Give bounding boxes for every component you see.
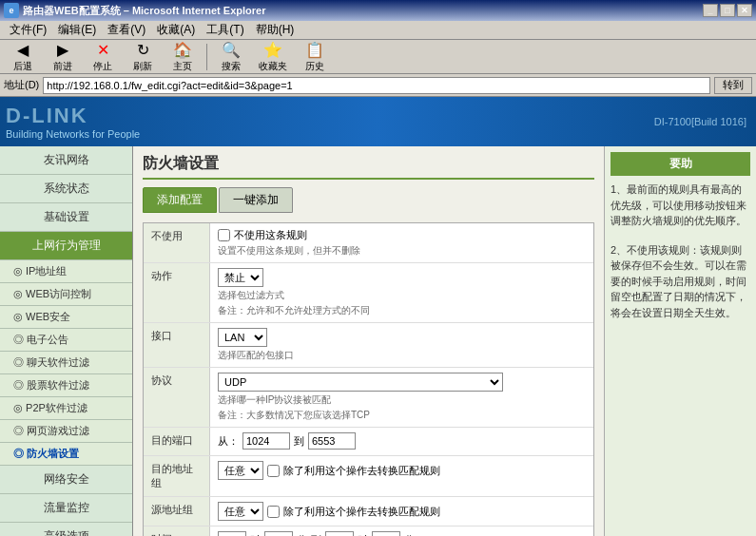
history-button[interactable]: 📋 历史 bbox=[296, 38, 334, 76]
dest-addr-check-label: 除了利用这个操作去转换匹配规则 bbox=[283, 464, 440, 478]
dest-addr-label: 目的地址组 bbox=[144, 456, 210, 496]
to-label: 到 bbox=[294, 434, 304, 449]
sidebar-item-behavior[interactable]: 上网行为管理 bbox=[0, 232, 132, 260]
action-content: 禁止 允许 选择包过滤方式 备注：允许和不允许处理方式的不同 bbox=[210, 263, 593, 322]
go-button[interactable]: 转到 bbox=[714, 77, 752, 94]
time-h1-input[interactable] bbox=[218, 531, 246, 536]
sidebar-item-bulletin[interactable]: ◎ 电子公告 bbox=[0, 329, 132, 352]
dlink-header: D-LINK Building Networks for People DI-7… bbox=[0, 97, 756, 146]
src-addr-check-label: 除了利用这个操作去转换匹配规则 bbox=[283, 505, 440, 519]
dest-addr-checkbox[interactable] bbox=[267, 465, 280, 477]
refresh-button[interactable]: ↻ 刷新 bbox=[124, 38, 162, 76]
time-label: 时间 bbox=[144, 526, 210, 536]
protocol-note2: 备注：大多数情况下您应该选择TCP bbox=[218, 409, 586, 422]
favorites-button[interactable]: ⭐ 收藏夹 bbox=[252, 38, 294, 76]
src-addr-content: 任意 除了利用这个操作去转换匹配规则 bbox=[210, 497, 593, 526]
home-button[interactable]: 🏠 主页 bbox=[164, 38, 202, 76]
action-note2: 备注：允许和不允许处理方式的不同 bbox=[218, 304, 586, 317]
window-controls[interactable]: _ □ ✕ bbox=[703, 4, 752, 17]
sidebar-item-status[interactable]: 系统状态 bbox=[0, 175, 132, 203]
ie-icon: e bbox=[4, 3, 19, 18]
sidebar-item-stock[interactable]: ◎ 股票软件过滤 bbox=[0, 374, 132, 397]
maximize-button[interactable]: □ bbox=[720, 4, 735, 17]
interface-label: 接口 bbox=[144, 323, 210, 367]
protocol-select[interactable]: UDP TCP ICMP ALL bbox=[218, 373, 503, 392]
main-layout: 友讯网络 系统状态 基础设置 上网行为管理 ◎ IP地址组 ◎ WEB访问控制 … bbox=[0, 146, 756, 536]
action-select[interactable]: 禁止 允许 bbox=[218, 268, 263, 287]
sidebar-item-traffic[interactable]: 流量监控 bbox=[0, 494, 132, 523]
tab-add-config[interactable]: 添加配置 bbox=[143, 187, 217, 213]
dest-port-from-input[interactable] bbox=[242, 432, 290, 450]
dlink-logo: D-LINK Building Networks for People bbox=[6, 104, 140, 140]
time-h2-input[interactable] bbox=[325, 531, 354, 536]
window-title: 路由器WEB配置系统 – Microsoft Internet Explorer bbox=[23, 4, 265, 18]
back-icon: ◀ bbox=[13, 41, 32, 60]
page-title: 防火墙设置 bbox=[143, 154, 594, 180]
src-addr-row: 源地址组 任意 除了利用这个操作去转换匹配规则 bbox=[144, 497, 593, 526]
back-button[interactable]: ◀ 后退 bbox=[4, 38, 42, 76]
stop-icon: ✕ bbox=[93, 41, 112, 60]
dest-port-row: 目的端口 从： 到 bbox=[144, 428, 593, 456]
minimize-button[interactable]: _ bbox=[703, 4, 718, 17]
dest-port-content: 从： 到 bbox=[210, 428, 593, 455]
src-addr-select[interactable]: 任意 bbox=[218, 502, 263, 521]
search-button[interactable]: 🔍 搜索 bbox=[212, 38, 250, 76]
sidebar: 友讯网络 系统状态 基础设置 上网行为管理 ◎ IP地址组 ◎ WEB访问控制 … bbox=[0, 146, 133, 536]
dlink-tagline: Building Networks for People bbox=[6, 128, 140, 140]
sidebar-item-chat[interactable]: ◎ 聊天软件过滤 bbox=[0, 352, 132, 374]
sidebar-item-youxun[interactable]: 友讯网络 bbox=[0, 146, 132, 175]
time-content: 时 分 到 时 分 备注：时间留空为任意时间 bbox=[210, 526, 593, 536]
help-text-2: 2、不使用该规则：该规则则被保存但不会生效。可以在需要的时候手动启用规则，时间留… bbox=[611, 242, 750, 321]
sidebar-item-p2p[interactable]: ◎ P2P软件过滤 bbox=[0, 397, 132, 420]
sidebar-item-ipgroup[interactable]: ◎ IP地址组 bbox=[0, 260, 132, 283]
sidebar-item-websecurity[interactable]: ◎ WEB安全 bbox=[0, 306, 132, 329]
time-hour2-label: 时 bbox=[358, 533, 368, 537]
dlink-logo-text: D-LINK bbox=[6, 104, 140, 128]
firewall-form: 不使用 不使用这条规则 设置不使用这条规则，但并不删除 动作 禁止 允许 bbox=[143, 222, 594, 536]
tab-quick-add[interactable]: 一键添加 bbox=[219, 187, 293, 213]
not-use-checkbox[interactable] bbox=[218, 229, 230, 241]
src-addr-checkbox[interactable] bbox=[267, 506, 280, 518]
interface-content: LAN WAN 选择匹配的包接口 bbox=[210, 323, 593, 367]
sidebar-item-advanced[interactable]: 高级选项 bbox=[0, 523, 132, 536]
close-button[interactable]: ✕ bbox=[737, 4, 752, 17]
sidebar-item-netsec[interactable]: 网络安全 bbox=[0, 466, 132, 494]
time-m2-input[interactable] bbox=[372, 531, 400, 536]
help-panel: 要助 1、最前面的规则具有最高的优先级，可以使用移动按钮来调整防火墙规则的优先顺… bbox=[604, 146, 756, 536]
protocol-label: 协议 bbox=[144, 368, 210, 427]
forward-button[interactable]: ▶ 前进 bbox=[44, 38, 82, 76]
star-icon: ⭐ bbox=[263, 41, 282, 60]
time-to-label: 到 bbox=[311, 533, 321, 537]
sidebar-item-webgame[interactable]: ◎ 网页游戏过滤 bbox=[0, 420, 132, 443]
content-area: 防火墙设置 添加配置 一键添加 不使用 不使用这条规则 设置不使用这条规则，但并… bbox=[133, 146, 604, 536]
action-note1: 选择包过滤方式 bbox=[218, 289, 586, 302]
dest-addr-content: 任意 除了利用这个操作去转换匹配规则 bbox=[210, 456, 593, 496]
interface-note: 选择匹配的包接口 bbox=[218, 349, 586, 362]
from-label: 从： bbox=[218, 434, 239, 449]
protocol-row: 协议 UDP TCP ICMP ALL 选择哪一种IP协议接被匹配 备注：大多数… bbox=[144, 368, 593, 428]
dest-addr-select[interactable]: 任意 bbox=[218, 461, 263, 480]
not-use-label: 不使用 bbox=[144, 223, 210, 262]
toolbar: ◀ 后退 ▶ 前进 ✕ 停止 ↻ 刷新 🏠 主页 🔍 搜索 ⭐ 收藏夹 📋 历史 bbox=[0, 40, 756, 74]
protocol-note1: 选择哪一种IP协议接被匹配 bbox=[218, 393, 586, 407]
time-row: 时间 时 分 到 时 分 备注：时间留空为任意时间 bbox=[144, 526, 593, 536]
address-bar: 地址(D) 转到 bbox=[0, 74, 756, 97]
protocol-content: UDP TCP ICMP ALL 选择哪一种IP协议接被匹配 备注：大多数情况下… bbox=[210, 368, 593, 427]
action-label: 动作 bbox=[144, 263, 210, 322]
interface-select[interactable]: LAN WAN bbox=[218, 328, 267, 347]
address-input[interactable] bbox=[43, 77, 710, 94]
sidebar-item-webaccess[interactable]: ◎ WEB访问控制 bbox=[0, 283, 132, 306]
time-m1-input[interactable] bbox=[264, 531, 293, 536]
sidebar-item-firewall[interactable]: ◎ 防火墙设置 bbox=[0, 443, 132, 466]
sidebar-item-basic[interactable]: 基础设置 bbox=[0, 203, 132, 232]
not-use-note: 设置不使用这条规则，但并不删除 bbox=[218, 244, 586, 258]
stop-button[interactable]: ✕ 停止 bbox=[84, 38, 122, 76]
dest-port-label: 目的端口 bbox=[144, 428, 210, 455]
not-use-row: 不使用 不使用这条规则 设置不使用这条规则，但并不删除 bbox=[144, 223, 593, 263]
not-use-content: 不使用这条规则 设置不使用这条规则，但并不删除 bbox=[210, 223, 593, 262]
dest-port-to-input[interactable] bbox=[308, 432, 356, 450]
tab-bar: 添加配置 一键添加 bbox=[143, 187, 594, 213]
time-min1-label: 分 bbox=[297, 533, 307, 537]
dest-addr-row: 目的地址组 任意 除了利用这个操作去转换匹配规则 bbox=[144, 456, 593, 497]
title-bar: e 路由器WEB配置系统 – Microsoft Internet Explor… bbox=[0, 0, 756, 21]
